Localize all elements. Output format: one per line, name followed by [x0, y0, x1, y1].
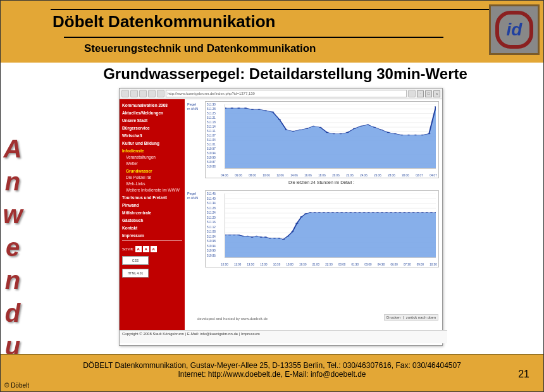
svg-point-41 — [400, 135, 404, 135]
x-tick: 04.07 — [430, 174, 436, 177]
nav-item[interactable]: Bürgerservice — [122, 125, 182, 132]
maximize-button[interactable]: □ — [425, 90, 432, 97]
svg-point-65 — [242, 236, 245, 236]
y-tick: 510.87 — [207, 161, 216, 164]
font-size-button[interactable]: A — [135, 246, 142, 252]
svg-point-75 — [287, 236, 290, 236]
browser-toolbar: http://www.koenigsbrunn.de/index.php?id=… — [120, 89, 442, 99]
svg-point-35 — [360, 126, 363, 126]
y-tick: 510.94 — [207, 244, 216, 247]
chart-overview: 511.30511.28511.25511.21511.18511.14511.… — [205, 101, 439, 178]
svg-point-77 — [295, 223, 299, 223]
footer-line-1: DÖBELT Datenkommunikation, Gustav-Meyer-… — [1, 361, 543, 370]
svg-point-81 — [313, 212, 316, 213]
address-bar[interactable]: http://www.koenigsbrunn.de/index.php?id=… — [166, 90, 407, 97]
x-tick: 21:00 — [312, 263, 319, 266]
nav-item[interactable]: Kommunalwahlen 2008 — [122, 102, 182, 109]
minimize-button[interactable]: - — [417, 90, 424, 97]
svg-point-87 — [340, 212, 343, 213]
nav-item[interactable]: Die Polizei rät — [122, 175, 182, 181]
nav-item[interactable]: Unsere Stadt — [122, 118, 182, 124]
svg-point-78 — [300, 216, 303, 217]
chart2-ylabel-1: Pegel — [187, 192, 196, 196]
font-size-button[interactable]: A — [143, 246, 149, 252]
y-tick: 511.34 — [207, 202, 216, 205]
slide-headline: Grundwasserpegel: Detaildarstellung 30mi… — [39, 65, 532, 83]
nav-item[interactable]: Wetter — [122, 161, 182, 167]
x-tick: 20.06 — [332, 174, 339, 177]
nav-item[interactable]: Infodienste — [122, 148, 182, 154]
header-rule-top — [51, 9, 493, 10]
svg-point-43 — [414, 135, 417, 135]
font-size-button[interactable]: A — [151, 246, 157, 252]
back-to-top-link[interactable]: zurück nach oben — [406, 315, 436, 319]
svg-point-16 — [230, 107, 233, 108]
nav-item[interactable]: Web-Links — [122, 181, 182, 187]
font-size-control: Schrift:AAA — [122, 246, 182, 252]
svg-point-106 — [425, 212, 428, 213]
svg-point-105 — [421, 212, 424, 213]
nav-item[interactable]: Gästebuch — [122, 217, 182, 224]
svg-point-91 — [358, 212, 361, 213]
x-tick: 04.06 — [221, 174, 228, 177]
print-link[interactable]: Drucken — [386, 315, 400, 319]
nav-item[interactable]: Pinwand — [122, 202, 182, 209]
y-tick: 511.16 — [207, 221, 216, 224]
svg-point-68 — [255, 236, 258, 236]
back-button[interactable] — [121, 90, 129, 97]
svg-point-67 — [250, 236, 254, 237]
y-tick: 511.01 — [207, 143, 216, 146]
x-tick: 16.06 — [304, 174, 311, 177]
nav-item[interactable]: Veranstaltungen — [122, 154, 182, 161]
svg-point-62 — [228, 235, 232, 235]
x-tick: 04:30 — [378, 263, 385, 266]
y-tick: 511.46 — [207, 192, 216, 195]
chart-detail-24h: 511.46511.40511.34511.28511.24511.20511.… — [205, 190, 439, 267]
x-tick: 07:30 — [404, 263, 411, 266]
chart1-ylabel-2: m üNN — [187, 107, 198, 111]
nav-item[interactable]: Kultur und Bildung — [122, 140, 182, 147]
svg-point-24 — [285, 130, 288, 130]
stop-button[interactable] — [148, 90, 156, 97]
svg-point-42 — [407, 135, 411, 135]
nav-item[interactable]: Aktuelles/Meldungen — [122, 110, 182, 116]
nav-item[interactable]: Mitfahrzentrale — [122, 210, 182, 216]
reload-button[interactable] — [139, 90, 147, 97]
y-tick: 511.07 — [207, 134, 216, 137]
svg-point-31 — [333, 133, 336, 134]
x-tick: 15:00 — [260, 263, 267, 266]
svg-point-20 — [257, 109, 261, 109]
x-tick: 16:30 — [273, 263, 280, 266]
x-tick: 10:30 — [221, 263, 228, 266]
svg-point-84 — [327, 212, 330, 213]
close-button[interactable]: x — [433, 90, 440, 97]
home-button[interactable] — [157, 90, 164, 97]
slide: Döbelt Datenkommunikation Steuerungstech… — [0, 0, 544, 392]
y-tick: 511.30 — [207, 103, 216, 106]
svg-point-69 — [259, 236, 263, 237]
x-tick: 00:00 — [338, 263, 345, 266]
x-tick: 06:00 — [390, 263, 397, 266]
nav-item[interactable]: Weitere Infodienste im WWW — [122, 187, 182, 193]
svg-point-18 — [244, 107, 247, 108]
svg-point-94 — [371, 212, 374, 213]
nav-item[interactable]: Impressum — [122, 233, 182, 239]
svg-point-32 — [339, 133, 342, 134]
x-tick: 26.06 — [374, 174, 381, 177]
svg-point-76 — [291, 231, 294, 232]
nav-item[interactable]: Wirtschaft — [122, 133, 182, 139]
svg-point-37 — [373, 127, 376, 128]
y-tick: 511.18 — [207, 121, 216, 124]
x-tick: 30.06 — [402, 174, 409, 177]
forward-button[interactable] — [130, 90, 138, 97]
svg-point-63 — [233, 235, 236, 235]
slide-footer: DÖBELT Datenkommunikation, Gustav-Meyer-… — [1, 354, 543, 391]
go-button[interactable] — [408, 90, 416, 97]
logo: id — [489, 4, 540, 55]
svg-point-70 — [264, 236, 267, 237]
svg-point-64 — [237, 235, 240, 235]
copyright: © Döbelt — [4, 382, 29, 389]
nav-item[interactable]: Grundwasser — [122, 168, 182, 175]
nav-item[interactable]: Tourismus und Freizeit — [122, 195, 182, 201]
nav-item[interactable]: Kontakt — [122, 225, 182, 231]
